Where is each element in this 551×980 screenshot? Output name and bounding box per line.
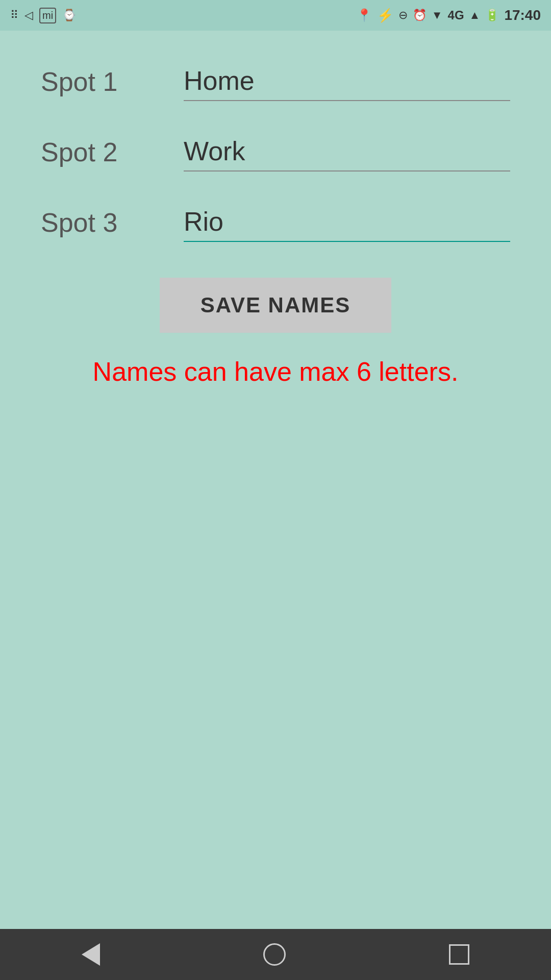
validation-message: Names can have max 6 letters. [41,353,510,390]
back-icon [82,943,100,966]
spot2-input[interactable] [184,132,510,172]
spot3-input[interactable] [184,202,510,242]
battery-icon: 🔋 [485,9,499,22]
watch-icon: ⌚ [62,9,76,22]
assistant-icon: ⠿ [10,9,18,22]
spot2-label: Spot 2 [41,137,184,172]
spot2-input-container [184,132,510,172]
network-label: 4G [448,8,464,22]
status-bar-right: 📍 ⚡ ⊖ ⏰ ▼ 4G ▲ 🔋 17:40 [357,7,541,23]
status-bar: ⠿ ◁ mi ⌚ 📍 ⚡ ⊖ ⏰ ▼ 4G ▲ 🔋 17:40 [0,0,551,31]
spot1-input[interactable] [184,61,510,101]
save-button-container: SAVE NAMES [41,278,510,333]
time-display: 17:40 [504,7,541,23]
spot2-row: Spot 2 [41,132,510,172]
recents-icon [449,944,469,965]
navigation-icon: ◁ [24,9,33,22]
spot3-label: Spot 3 [41,207,184,242]
home-icon [263,943,286,966]
signal-icon: ▲ [469,9,481,22]
nav-bar [0,929,551,980]
alarm-icon: ⏰ [413,9,427,22]
spot1-label: Spot 1 [41,66,184,101]
bluetooth-icon: ⚡ [377,8,393,23]
mi-icon: mi [39,8,56,23]
back-button[interactable] [82,943,100,966]
home-button[interactable] [263,943,286,966]
spot1-input-container [184,61,510,101]
spot3-row: Spot 3 [41,202,510,242]
location-icon: 📍 [357,8,372,22]
save-names-button[interactable]: SAVE NAMES [160,278,392,333]
wifi-icon: ▼ [432,9,443,22]
dnd-icon: ⊖ [398,9,408,22]
spot3-input-container [184,202,510,242]
status-bar-left: ⠿ ◁ mi ⌚ [10,8,76,23]
recents-button[interactable] [449,944,469,965]
spot1-row: Spot 1 [41,61,510,101]
main-content: Spot 1 Spot 2 Spot 3 SAVE NAMES Names ca… [0,31,551,929]
